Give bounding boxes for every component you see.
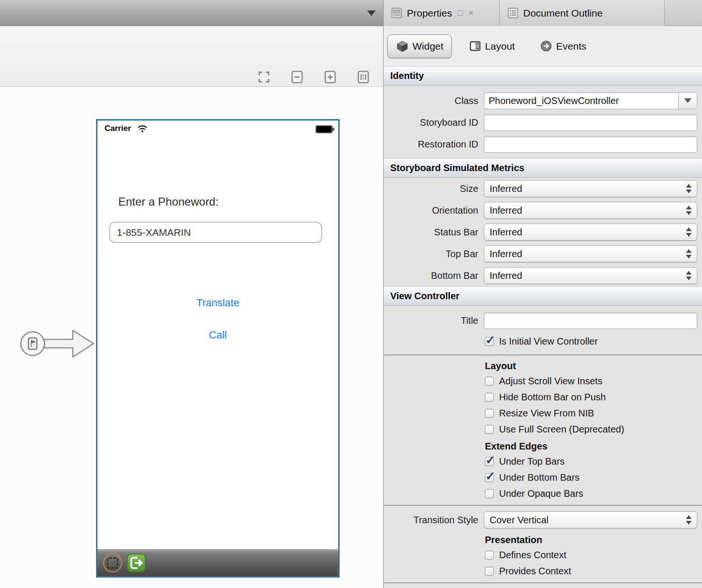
- resize-view-from-nib-checkbox[interactable]: [485, 409, 494, 418]
- zoom-out-icon[interactable]: [290, 70, 304, 84]
- stepper-icon: [686, 271, 692, 280]
- bottom-bar-label: Bottom Bar: [384, 270, 478, 281]
- chevron-down-icon[interactable]: [367, 10, 376, 16]
- stepper-icon: [686, 184, 692, 193]
- segue-exit-icon[interactable]: [127, 553, 146, 572]
- defines-context-checkbox[interactable]: [485, 551, 494, 560]
- tab-document-outline[interactable]: Document Outline: [500, 0, 665, 26]
- is-initial-view-controller-row: Is Initial View Controller: [384, 331, 702, 351]
- provides-context-row: Provides Context: [384, 563, 702, 579]
- class-combobox[interactable]: Phoneword_iOSViewController: [484, 92, 697, 109]
- call-button[interactable]: Call: [97, 329, 338, 341]
- defines-context-row: Defines Context: [384, 547, 702, 563]
- status-bar-dropdown[interactable]: Inferred: [484, 224, 697, 241]
- use-full-screen-label: Use Full Screen (Deprecated): [499, 424, 624, 435]
- battery-icon: [316, 125, 333, 133]
- designer-window: ZOOM Carrier Enter a: [0, 0, 702, 588]
- panel-tab-bar: Properties □ × Document Outline: [384, 0, 702, 26]
- translate-button[interactable]: Translate: [97, 297, 338, 309]
- zoom-actual-size-icon[interactable]: [356, 70, 370, 84]
- adjust-scroll-view-insets-row: Adjust Scroll View Insets: [384, 373, 702, 389]
- mode-events-button[interactable]: Events: [532, 35, 594, 58]
- storyboard-id-field[interactable]: [484, 114, 697, 131]
- storyboard-id-row: Storyboard ID: [384, 112, 702, 133]
- bottom-bar-dropdown[interactable]: Inferred: [484, 267, 697, 284]
- view-controller-rows: Title Is Initial View Controller: [384, 306, 702, 351]
- title-field[interactable]: [484, 312, 697, 329]
- under-bottom-bars-row: Under Bottom Bars: [384, 469, 702, 485]
- transition-style-row: Transition Style Cover Vertical: [384, 509, 702, 531]
- is-initial-view-controller-checkbox[interactable]: [485, 337, 494, 346]
- size-value: Inferred: [490, 183, 522, 194]
- section-header-view-controller: View Controller: [384, 286, 702, 306]
- under-opaque-bars-label: Under Opaque Bars: [499, 488, 583, 499]
- phoneword-prompt-label: Enter a Phoneword:: [118, 195, 219, 208]
- view-controller-frame[interactable]: Carrier Enter a Phoneword: 1-855-XAMARIN…: [96, 119, 340, 578]
- restoration-id-label: Restoration ID: [384, 139, 478, 150]
- resize-view-from-nib-label: Resize View From NIB: [499, 408, 594, 419]
- zoom-fit-icon[interactable]: [257, 70, 271, 84]
- hide-bottom-bar-on-push-label: Hide Bottom Bar on Push: [499, 392, 606, 403]
- section-header-simulated-metrics: Storyboard Simulated Metrics: [384, 158, 702, 178]
- phoneword-text-field[interactable]: 1-855-XAMARIN: [109, 222, 322, 243]
- top-bar-row: Top Bar Inferred: [384, 243, 702, 265]
- top-bar-dropdown[interactable]: Inferred: [484, 245, 697, 262]
- provides-context-checkbox[interactable]: [485, 567, 494, 576]
- adjust-scroll-view-insets-checkbox[interactable]: [485, 377, 494, 386]
- phoneword-text-value: 1-855-XAMARIN: [117, 227, 191, 238]
- under-top-bars-label: Under Top Bars: [499, 456, 565, 467]
- widget-cube-icon: [396, 40, 409, 52]
- adjust-scroll-view-insets-label: Adjust Scroll View Insets: [499, 376, 603, 387]
- under-opaque-bars-checkbox[interactable]: [485, 489, 494, 498]
- tab-properties[interactable]: Properties □ ×: [384, 0, 500, 26]
- presentation-group-heading: Presentation: [384, 533, 702, 547]
- defines-context-label: Defines Context: [499, 550, 566, 561]
- tab-properties-label: Properties: [407, 8, 452, 19]
- size-dropdown[interactable]: Inferred: [484, 180, 697, 197]
- events-icon: [540, 40, 552, 52]
- use-full-screen-checkbox[interactable]: [485, 425, 494, 434]
- design-surface-pane: ZOOM Carrier Enter a: [0, 0, 383, 588]
- dropdown-arrow-icon: [684, 98, 692, 103]
- properties-panel: Properties □ × Document Outline: [383, 0, 702, 588]
- use-full-screen-row: Use Full Screen (Deprecated): [384, 421, 702, 437]
- transition-style-dropdown[interactable]: Cover Vertical: [484, 511, 697, 528]
- layout-group-heading: Layout: [384, 359, 702, 373]
- class-dropdown-button[interactable]: [678, 92, 697, 109]
- carrier-label: Carrier: [105, 124, 131, 133]
- mode-widget-button[interactable]: Widget: [387, 35, 452, 58]
- under-top-bars-checkbox[interactable]: [485, 457, 494, 466]
- hide-bottom-bar-on-push-checkbox[interactable]: [485, 393, 494, 402]
- identity-rows: Class Phoneword_iOSViewController Storyb…: [384, 86, 702, 158]
- stepper-icon: [686, 249, 692, 259]
- restoration-id-field[interactable]: [484, 136, 697, 153]
- dashed-frame-icon: [107, 557, 118, 569]
- divider: [384, 505, 702, 506]
- title-row: Title: [384, 310, 702, 331]
- storyboard-id-label: Storyboard ID: [384, 117, 478, 128]
- inspector-mode-toolbar: Widget Layout Events: [384, 26, 702, 66]
- storyboard-canvas[interactable]: Carrier Enter a Phoneword: 1-855-XAMARIN…: [0, 87, 383, 588]
- surface-header-bar: [0, 0, 383, 26]
- mode-layout-button[interactable]: Layout: [461, 35, 523, 58]
- provides-context-label: Provides Context: [499, 566, 571, 577]
- orientation-value: Inferred: [490, 205, 522, 216]
- stepper-icon: [686, 515, 692, 525]
- transition-style-label: Transition Style: [384, 515, 478, 526]
- mode-events-label: Events: [556, 41, 586, 52]
- class-row: Class Phoneword_iOSViewController: [384, 90, 702, 112]
- under-top-bars-row: Under Top Bars: [384, 453, 702, 469]
- mode-layout-label: Layout: [485, 41, 515, 52]
- transition-style-value: Cover Vertical: [490, 515, 549, 526]
- section-header-identity: Identity: [384, 66, 702, 86]
- status-bar-row: Status Bar Inferred: [384, 221, 702, 243]
- class-value[interactable]: Phoneword_iOSViewController: [484, 92, 678, 109]
- divider: [384, 582, 702, 583]
- zoom-in-icon[interactable]: [323, 70, 337, 84]
- initial-view-controller-arrow-icon[interactable]: [19, 326, 96, 362]
- close-panel-icon[interactable]: ×: [469, 8, 474, 18]
- under-bottom-bars-checkbox[interactable]: [485, 473, 494, 482]
- float-panel-icon[interactable]: □: [458, 8, 463, 18]
- constraint-mode-icon[interactable]: [103, 553, 122, 572]
- orientation-dropdown[interactable]: Inferred: [484, 202, 697, 219]
